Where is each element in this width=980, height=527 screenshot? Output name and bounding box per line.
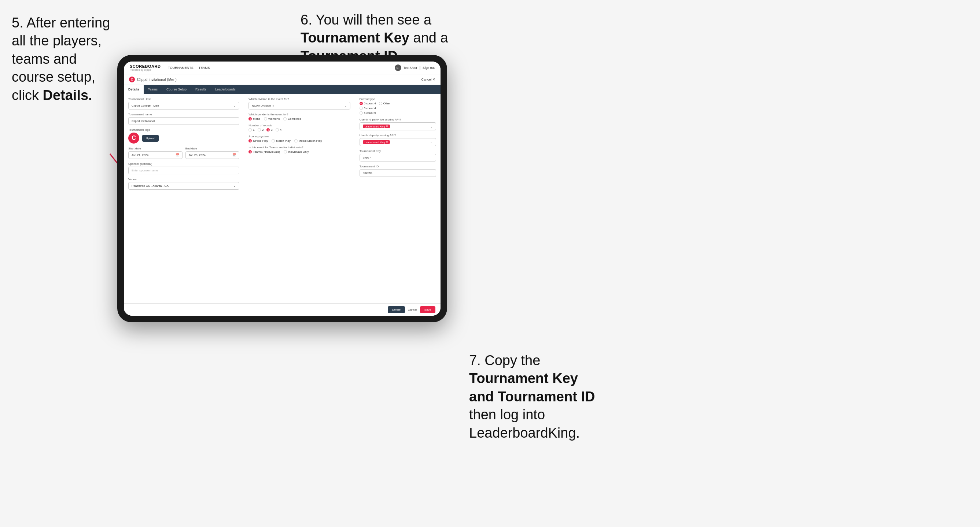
- scoring-match-label: Match Play: [276, 139, 291, 143]
- rounds-3[interactable]: 3: [266, 128, 272, 132]
- rounds-label: Number of rounds: [248, 124, 350, 127]
- tab-course-setup[interactable]: Course Setup: [162, 85, 191, 94]
- format-5count4-radio[interactable]: [360, 102, 363, 105]
- third-party2-group: Use third-party scoring API? Leaderboard…: [360, 134, 436, 146]
- tab-teams[interactable]: Teams: [144, 85, 162, 94]
- individuals-only[interactable]: Individuals Only: [284, 150, 309, 154]
- division-dropdown-icon: ⌄: [345, 104, 347, 107]
- tournament-id-field[interactable]: 302051: [360, 169, 436, 177]
- gender-combined[interactable]: Combined: [283, 117, 301, 121]
- format-6count4-label: 6 count 4: [364, 106, 376, 110]
- sponsor-group: Sponsor (optional) Enter sponsor name: [128, 162, 239, 174]
- rounds-4-radio[interactable]: [275, 128, 279, 132]
- teams-plus-individuals[interactable]: Teams (+Individuals): [248, 150, 280, 154]
- scoring-medal-radio[interactable]: [294, 139, 298, 143]
- gender-radio-group: Mens Womens Combined: [248, 117, 350, 121]
- format-6count5[interactable]: 6 count 5: [360, 111, 376, 114]
- tournament-key-label: Tournament Key: [360, 149, 436, 153]
- scoring-match-radio[interactable]: [272, 139, 275, 143]
- logo-section: C Upload: [128, 133, 239, 144]
- nav-left: SCOREBOARD Powered by clippd TOURNAMENTS…: [130, 65, 210, 71]
- individuals-radio[interactable]: [284, 150, 287, 154]
- nav-links: TOURNAMENTS TEAMS: [168, 66, 210, 70]
- annotation-br-bold2: and Tournament ID: [469, 389, 595, 404]
- venue-dropdown-icon: ⌄: [234, 184, 236, 187]
- tournament-key-field[interactable]: b#9b7: [360, 154, 436, 162]
- sponsor-input[interactable]: Enter sponsor name: [128, 167, 239, 174]
- division-value: NCAA Division III: [252, 104, 274, 107]
- format-5count4[interactable]: 5 count 4: [360, 102, 376, 105]
- cancel-button-header[interactable]: Cancel ✕: [421, 78, 435, 81]
- tournament-header: C Clippd Invitational (Men) Cancel ✕: [124, 75, 441, 85]
- rounds-4[interactable]: 4: [275, 128, 282, 132]
- third-party1-label: Use third-party live scoring API?: [360, 118, 436, 121]
- gender-combined-radio[interactable]: [283, 117, 286, 121]
- teams-radio[interactable]: [248, 150, 252, 154]
- annotation-br-bold1: Tournament Key: [469, 371, 578, 386]
- teams-label-text: Teams (+Individuals): [253, 150, 280, 154]
- annotation-top-right-middle: and a: [409, 30, 448, 45]
- sign-out-link[interactable]: Sign out: [423, 66, 435, 70]
- bottom-bar: Delete Cancel Save: [124, 303, 441, 316]
- tag-close-icon[interactable]: ✕: [386, 125, 388, 128]
- cancel-button-bottom[interactable]: Cancel: [408, 308, 417, 311]
- format-6count5-radio[interactable]: [360, 111, 363, 114]
- rounds-2-radio[interactable]: [258, 128, 261, 132]
- gender-mens-radio[interactable]: [248, 117, 252, 121]
- division-input[interactable]: NCAA Division III ⌄: [248, 102, 350, 110]
- format-6count5-label: 6 count 5: [364, 111, 376, 114]
- format-row-1: 5 count 4 Other: [360, 102, 436, 105]
- tab-details[interactable]: Details: [124, 85, 144, 94]
- scoring-medal[interactable]: Medal Match Play: [294, 139, 322, 143]
- end-date-field: End date Jan 23, 2024 📅: [185, 147, 240, 159]
- start-date-input[interactable]: Jan 21, 2024 📅: [128, 151, 183, 159]
- tab-results[interactable]: Results: [191, 85, 211, 94]
- venue-input[interactable]: Peachtree GC - Atlanta - GA ⌄: [128, 182, 239, 190]
- tag2-close-icon[interactable]: ✕: [386, 141, 388, 144]
- sponsor-placeholder: Enter sponsor name: [132, 169, 158, 172]
- rounds-1-label: 1: [253, 128, 255, 132]
- format-other[interactable]: Other: [379, 102, 391, 105]
- gender-mens-label: Mens: [253, 117, 260, 121]
- tournament-title-row: C Clippd Invitational (Men): [129, 76, 177, 83]
- annotation-left: 5. After entering all the players, teams…: [12, 14, 115, 105]
- gender-womens[interactable]: Womens: [264, 117, 280, 121]
- rounds-1-radio[interactable]: [248, 128, 252, 132]
- gender-womens-radio[interactable]: [264, 117, 267, 121]
- delete-button[interactable]: Delete: [388, 306, 405, 313]
- scoring-match[interactable]: Match Play: [272, 139, 291, 143]
- third-party2-value: Leaderboard King: [365, 141, 385, 144]
- upload-button[interactable]: Upload: [142, 135, 159, 142]
- tournament-id-label: Tournament ID: [360, 165, 436, 168]
- format-label: Format type: [360, 97, 436, 101]
- third-party2-input[interactable]: Leaderboard King ✕ ⌄: [360, 138, 436, 146]
- tablet-screen: SCOREBOARD Powered by clippd TOURNAMENTS…: [124, 62, 441, 316]
- annotation-left-line4: course setup,: [12, 69, 95, 84]
- dropdown-icon: ⌄: [234, 104, 236, 107]
- tablet-device: SCOREBOARD Powered by clippd TOURNAMENTS…: [117, 55, 447, 322]
- tournament-host-label: Tournament Host: [128, 97, 239, 101]
- gender-mens[interactable]: Mens: [248, 117, 260, 121]
- third-party1-input[interactable]: Leaderboard King ✕ ⌄: [360, 122, 436, 130]
- rounds-2[interactable]: 2: [258, 128, 264, 132]
- save-button[interactable]: Save: [420, 306, 435, 313]
- tab-leaderboards[interactable]: Leaderboards: [211, 85, 240, 94]
- annotation-top-right-line1: 6. You will then see a: [301, 12, 431, 27]
- end-date-label: End date: [185, 147, 240, 150]
- rounds-2-label: 2: [262, 128, 264, 132]
- rounds-4-label: 4: [280, 128, 282, 132]
- nav-tournaments[interactable]: TOURNAMENTS: [168, 66, 193, 70]
- venue-label: Venue: [128, 178, 239, 181]
- nav-teams[interactable]: TEAMS: [199, 66, 210, 70]
- scoring-stroke[interactable]: Stroke Play: [248, 139, 268, 143]
- scoring-stroke-radio[interactable]: [248, 139, 252, 143]
- rounds-3-radio[interactable]: [266, 128, 270, 132]
- gender-group: Which gender is the event for? Mens Wome…: [248, 113, 350, 121]
- format-6count4-radio[interactable]: [360, 106, 363, 110]
- format-6count4[interactable]: 6 count 4: [360, 106, 376, 110]
- format-other-radio[interactable]: [379, 102, 382, 105]
- end-date-input[interactable]: Jan 23, 2024 📅: [185, 151, 240, 159]
- rounds-1[interactable]: 1: [248, 128, 255, 132]
- tournament-host-input[interactable]: Clippd College - Men ⌄: [128, 102, 239, 110]
- tournament-name-input[interactable]: Clippd Invitational: [128, 117, 239, 125]
